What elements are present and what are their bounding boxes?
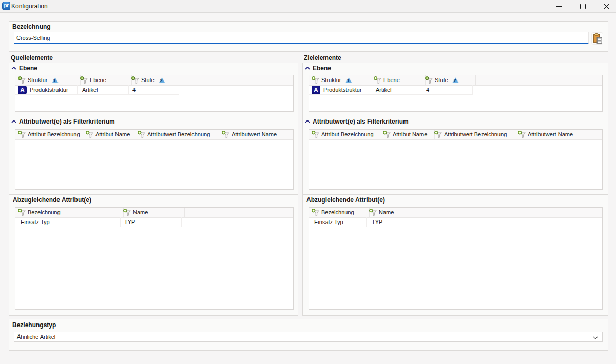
svg-text:1: 1 — [53, 77, 55, 83]
svg-text:2: 2 — [160, 77, 163, 83]
svg-text:1: 1 — [346, 77, 349, 83]
svg-text:2: 2 — [454, 77, 456, 83]
